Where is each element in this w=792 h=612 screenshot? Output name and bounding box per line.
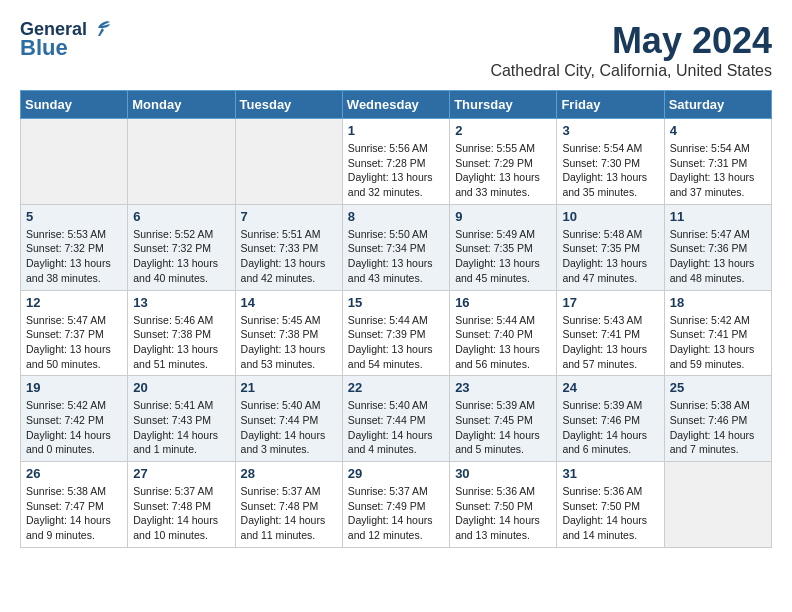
day-info: Sunrise: 5:38 AM Sunset: 7:46 PM Dayligh… bbox=[670, 398, 766, 457]
logo-bird-icon bbox=[90, 18, 112, 38]
calendar-cell: 21Sunrise: 5:40 AM Sunset: 7:44 PM Dayli… bbox=[235, 376, 342, 462]
day-number: 14 bbox=[241, 295, 337, 310]
day-info: Sunrise: 5:40 AM Sunset: 7:44 PM Dayligh… bbox=[348, 398, 444, 457]
day-info: Sunrise: 5:54 AM Sunset: 7:30 PM Dayligh… bbox=[562, 141, 658, 200]
calendar-cell: 30Sunrise: 5:36 AM Sunset: 7:50 PM Dayli… bbox=[450, 462, 557, 548]
calendar-cell: 1Sunrise: 5:56 AM Sunset: 7:28 PM Daylig… bbox=[342, 119, 449, 205]
calendar-cell: 14Sunrise: 5:45 AM Sunset: 7:38 PM Dayli… bbox=[235, 290, 342, 376]
day-number: 7 bbox=[241, 209, 337, 224]
week-row-5: 26Sunrise: 5:38 AM Sunset: 7:47 PM Dayli… bbox=[21, 462, 772, 548]
day-info: Sunrise: 5:37 AM Sunset: 7:49 PM Dayligh… bbox=[348, 484, 444, 543]
day-info: Sunrise: 5:56 AM Sunset: 7:28 PM Dayligh… bbox=[348, 141, 444, 200]
calendar-cell: 8Sunrise: 5:50 AM Sunset: 7:34 PM Daylig… bbox=[342, 204, 449, 290]
day-number: 4 bbox=[670, 123, 766, 138]
calendar-cell: 17Sunrise: 5:43 AM Sunset: 7:41 PM Dayli… bbox=[557, 290, 664, 376]
day-number: 6 bbox=[133, 209, 229, 224]
title-area: May 2024 Cathedral City, California, Uni… bbox=[490, 20, 772, 80]
day-number: 24 bbox=[562, 380, 658, 395]
day-info: Sunrise: 5:53 AM Sunset: 7:32 PM Dayligh… bbox=[26, 227, 122, 286]
header-monday: Monday bbox=[128, 91, 235, 119]
day-number: 25 bbox=[670, 380, 766, 395]
day-number: 20 bbox=[133, 380, 229, 395]
day-info: Sunrise: 5:42 AM Sunset: 7:42 PM Dayligh… bbox=[26, 398, 122, 457]
day-info: Sunrise: 5:42 AM Sunset: 7:41 PM Dayligh… bbox=[670, 313, 766, 372]
logo-text-blue: Blue bbox=[20, 36, 68, 60]
calendar-header-row: SundayMondayTuesdayWednesdayThursdayFrid… bbox=[21, 91, 772, 119]
day-info: Sunrise: 5:51 AM Sunset: 7:33 PM Dayligh… bbox=[241, 227, 337, 286]
day-number: 23 bbox=[455, 380, 551, 395]
day-number: 28 bbox=[241, 466, 337, 481]
day-info: Sunrise: 5:47 AM Sunset: 7:36 PM Dayligh… bbox=[670, 227, 766, 286]
day-number: 9 bbox=[455, 209, 551, 224]
calendar-cell: 10Sunrise: 5:48 AM Sunset: 7:35 PM Dayli… bbox=[557, 204, 664, 290]
day-number: 27 bbox=[133, 466, 229, 481]
calendar-cell: 24Sunrise: 5:39 AM Sunset: 7:46 PM Dayli… bbox=[557, 376, 664, 462]
day-info: Sunrise: 5:46 AM Sunset: 7:38 PM Dayligh… bbox=[133, 313, 229, 372]
logo: General Blue bbox=[20, 20, 112, 60]
day-info: Sunrise: 5:39 AM Sunset: 7:45 PM Dayligh… bbox=[455, 398, 551, 457]
header-wednesday: Wednesday bbox=[342, 91, 449, 119]
day-info: Sunrise: 5:37 AM Sunset: 7:48 PM Dayligh… bbox=[133, 484, 229, 543]
day-number: 15 bbox=[348, 295, 444, 310]
day-number: 3 bbox=[562, 123, 658, 138]
calendar-cell: 7Sunrise: 5:51 AM Sunset: 7:33 PM Daylig… bbox=[235, 204, 342, 290]
calendar-cell: 29Sunrise: 5:37 AM Sunset: 7:49 PM Dayli… bbox=[342, 462, 449, 548]
calendar-cell: 20Sunrise: 5:41 AM Sunset: 7:43 PM Dayli… bbox=[128, 376, 235, 462]
day-info: Sunrise: 5:44 AM Sunset: 7:39 PM Dayligh… bbox=[348, 313, 444, 372]
day-info: Sunrise: 5:43 AM Sunset: 7:41 PM Dayligh… bbox=[562, 313, 658, 372]
day-info: Sunrise: 5:40 AM Sunset: 7:44 PM Dayligh… bbox=[241, 398, 337, 457]
calendar-cell bbox=[235, 119, 342, 205]
day-number: 31 bbox=[562, 466, 658, 481]
day-info: Sunrise: 5:48 AM Sunset: 7:35 PM Dayligh… bbox=[562, 227, 658, 286]
calendar-cell: 5Sunrise: 5:53 AM Sunset: 7:32 PM Daylig… bbox=[21, 204, 128, 290]
page-header: General Blue May 2024 Cathedral City, Ca… bbox=[20, 20, 772, 80]
week-row-4: 19Sunrise: 5:42 AM Sunset: 7:42 PM Dayli… bbox=[21, 376, 772, 462]
calendar-cell: 3Sunrise: 5:54 AM Sunset: 7:30 PM Daylig… bbox=[557, 119, 664, 205]
day-number: 10 bbox=[562, 209, 658, 224]
calendar-cell: 28Sunrise: 5:37 AM Sunset: 7:48 PM Dayli… bbox=[235, 462, 342, 548]
calendar-cell: 9Sunrise: 5:49 AM Sunset: 7:35 PM Daylig… bbox=[450, 204, 557, 290]
day-info: Sunrise: 5:49 AM Sunset: 7:35 PM Dayligh… bbox=[455, 227, 551, 286]
day-info: Sunrise: 5:36 AM Sunset: 7:50 PM Dayligh… bbox=[562, 484, 658, 543]
day-number: 17 bbox=[562, 295, 658, 310]
calendar-cell: 18Sunrise: 5:42 AM Sunset: 7:41 PM Dayli… bbox=[664, 290, 771, 376]
day-number: 8 bbox=[348, 209, 444, 224]
calendar-cell: 4Sunrise: 5:54 AM Sunset: 7:31 PM Daylig… bbox=[664, 119, 771, 205]
day-info: Sunrise: 5:52 AM Sunset: 7:32 PM Dayligh… bbox=[133, 227, 229, 286]
day-number: 19 bbox=[26, 380, 122, 395]
day-number: 1 bbox=[348, 123, 444, 138]
day-info: Sunrise: 5:38 AM Sunset: 7:47 PM Dayligh… bbox=[26, 484, 122, 543]
calendar-table: SundayMondayTuesdayWednesdayThursdayFrid… bbox=[20, 90, 772, 548]
week-row-2: 5Sunrise: 5:53 AM Sunset: 7:32 PM Daylig… bbox=[21, 204, 772, 290]
calendar-cell bbox=[664, 462, 771, 548]
day-number: 11 bbox=[670, 209, 766, 224]
day-number: 2 bbox=[455, 123, 551, 138]
header-thursday: Thursday bbox=[450, 91, 557, 119]
calendar-cell: 6Sunrise: 5:52 AM Sunset: 7:32 PM Daylig… bbox=[128, 204, 235, 290]
calendar-cell bbox=[21, 119, 128, 205]
day-number: 13 bbox=[133, 295, 229, 310]
calendar-cell: 11Sunrise: 5:47 AM Sunset: 7:36 PM Dayli… bbox=[664, 204, 771, 290]
day-info: Sunrise: 5:41 AM Sunset: 7:43 PM Dayligh… bbox=[133, 398, 229, 457]
calendar-cell: 16Sunrise: 5:44 AM Sunset: 7:40 PM Dayli… bbox=[450, 290, 557, 376]
day-info: Sunrise: 5:37 AM Sunset: 7:48 PM Dayligh… bbox=[241, 484, 337, 543]
calendar-cell: 2Sunrise: 5:55 AM Sunset: 7:29 PM Daylig… bbox=[450, 119, 557, 205]
calendar-cell: 13Sunrise: 5:46 AM Sunset: 7:38 PM Dayli… bbox=[128, 290, 235, 376]
calendar-cell: 15Sunrise: 5:44 AM Sunset: 7:39 PM Dayli… bbox=[342, 290, 449, 376]
day-number: 26 bbox=[26, 466, 122, 481]
day-number: 5 bbox=[26, 209, 122, 224]
day-info: Sunrise: 5:39 AM Sunset: 7:46 PM Dayligh… bbox=[562, 398, 658, 457]
week-row-3: 12Sunrise: 5:47 AM Sunset: 7:37 PM Dayli… bbox=[21, 290, 772, 376]
week-row-1: 1Sunrise: 5:56 AM Sunset: 7:28 PM Daylig… bbox=[21, 119, 772, 205]
calendar-cell: 12Sunrise: 5:47 AM Sunset: 7:37 PM Dayli… bbox=[21, 290, 128, 376]
calendar-cell: 25Sunrise: 5:38 AM Sunset: 7:46 PM Dayli… bbox=[664, 376, 771, 462]
header-tuesday: Tuesday bbox=[235, 91, 342, 119]
day-info: Sunrise: 5:54 AM Sunset: 7:31 PM Dayligh… bbox=[670, 141, 766, 200]
day-number: 21 bbox=[241, 380, 337, 395]
day-number: 18 bbox=[670, 295, 766, 310]
location-title: Cathedral City, California, United State… bbox=[490, 62, 772, 80]
day-number: 30 bbox=[455, 466, 551, 481]
calendar-cell: 19Sunrise: 5:42 AM Sunset: 7:42 PM Dayli… bbox=[21, 376, 128, 462]
calendar-cell: 26Sunrise: 5:38 AM Sunset: 7:47 PM Dayli… bbox=[21, 462, 128, 548]
day-info: Sunrise: 5:45 AM Sunset: 7:38 PM Dayligh… bbox=[241, 313, 337, 372]
